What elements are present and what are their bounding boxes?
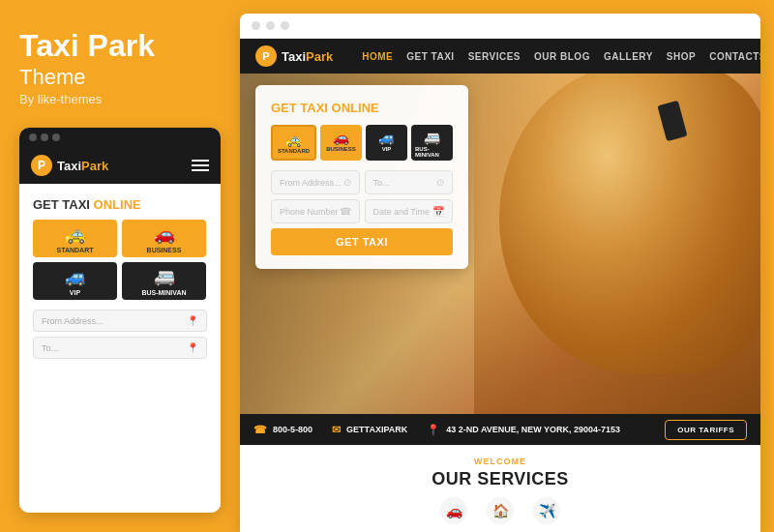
browser-bar [240, 14, 760, 39]
car-business-label: BUSINESS [326, 146, 356, 152]
car-vip-icon: 🚙 [65, 266, 86, 287]
phone-icon: ☎ [340, 206, 351, 217]
nav-blog[interactable]: OUR BLOG [534, 51, 590, 62]
mobile-car-minivan[interactable]: 🚐 BUS-MINIVAN [122, 262, 206, 300]
nav-services[interactable]: SERVICES [468, 51, 521, 62]
location-icon: 📍 [187, 315, 198, 326]
taxi-form: GET TAXI ONLINE 🚕 STANDARD 🚗 BUSINESS 🚙 … [255, 85, 468, 269]
mobile-logo: P TaxiPark [31, 155, 108, 176]
calendar-icon: 📅 [432, 206, 444, 217]
mobile-preview-card: P TaxiPark GET TAXI ONLINE 🚕 STANDART 🚗 … [19, 128, 221, 513]
to-location-icon: ⊙ [436, 177, 444, 188]
car-minivan-icon: 🚐 [154, 266, 175, 287]
to-address-input[interactable]: To... ⊙ [365, 170, 454, 194]
mobile-dots-bar [19, 128, 221, 147]
by-line: By like-themes [19, 92, 221, 106]
car-business-emoji: 🚗 [333, 130, 349, 145]
browser-dot-2 [266, 21, 275, 30]
mobile-car-standard[interactable]: 🚕 STANDART [33, 220, 117, 257]
car-minivan-label: BUS-MINIVAN [141, 289, 186, 296]
mobile-car-business[interactable]: 🚗 BUSINESS [122, 220, 206, 257]
nav-shop[interactable]: SHOP [667, 51, 696, 62]
email-info: ✉ GETTAXIPARK [332, 424, 407, 436]
welcome-text: WELCOME [253, 457, 747, 466]
car-business-icon: 🚗 [154, 223, 175, 245]
car-vip-label: VIP [70, 289, 80, 296]
phone-info-icon: ☎ [253, 424, 267, 436]
brand-subtitle: Theme [19, 65, 221, 90]
left-panel: Taxi Park Theme By like-themes P TaxiPar… [0, 0, 240, 532]
from-address-input[interactable]: From Address... ⊙ [271, 170, 360, 194]
our-tariffs-button[interactable]: OUR TARIFFS [665, 420, 747, 440]
brand-section: Taxi Park Theme By like-themes [19, 29, 221, 106]
phone-info: ☎ 800-5-800 [253, 424, 313, 436]
service-home-icon: 🏠 [487, 497, 514, 524]
brand-title: Taxi Park [19, 29, 221, 63]
dot-3 [52, 133, 60, 141]
mobile-from-input[interactable]: From Address... 📍 [33, 310, 207, 332]
car-minivan-label: BUS-MINIVAN [415, 146, 449, 158]
mobile-to-input[interactable]: To... 📍 [33, 337, 207, 359]
services-icons-row: 🚗 🏠 ✈️ [253, 497, 747, 524]
car-option-minivan[interactable]: 🚐 BUS-MINIVAN [411, 125, 453, 161]
services-section: WELCOME OUR SERVICES 🚗 🏠 ✈️ [240, 445, 760, 532]
address-info: 📍 43 2-ND AVENUE, NEW YORK, 29004-7153 [427, 424, 620, 436]
service-icon-car: 🚗 [440, 497, 467, 524]
mobile-logo-text: TaxiPark [57, 159, 108, 173]
mobile-logo-icon: P [31, 155, 52, 176]
right-panel: P TaxiPark HOME GET TAXI SERVICES OUR BL… [240, 14, 760, 532]
nav-get-taxi[interactable]: GET TAXI [406, 51, 454, 62]
nav-items: HOME GET TAXI SERVICES OUR BLOG GALLERY … [362, 51, 760, 62]
car-minivan-emoji: 🚐 [424, 130, 440, 145]
service-icon-plane: ✈️ [533, 497, 560, 524]
form-heading: GET TAXI ONLINE [271, 101, 453, 115]
mobile-nav: P TaxiPark [19, 147, 221, 184]
mobile-get-taxi-heading: GET TAXI ONLINE [33, 197, 207, 212]
hero-section: GET TAXI ONLINE 🚕 STANDARD 🚗 BUSINESS 🚙 … [240, 74, 760, 414]
browser-dot-1 [252, 21, 260, 30]
service-car-icon: 🚗 [440, 497, 467, 524]
hamburger-icon[interactable] [192, 160, 209, 171]
desktop-preview: P TaxiPark HOME GET TAXI SERVICES OUR BL… [240, 39, 760, 532]
info-bar: ☎ 800-5-800 ✉ GETTAXIPARK 📍 43 2-ND AVEN… [240, 414, 760, 445]
service-plane-icon: ✈️ [533, 497, 560, 524]
date-input[interactable]: Date and Time 📅 [365, 199, 454, 223]
get-taxi-button[interactable]: GET TAXI [271, 228, 453, 255]
browser-dot-3 [281, 21, 289, 30]
address-info-icon: 📍 [427, 424, 440, 436]
car-vip-emoji: 🚙 [378, 130, 395, 145]
dot-2 [41, 133, 48, 141]
mobile-car-options: 🚕 STANDART 🚗 BUSINESS 🚙 VIP 🚐 BUS-MINIVA… [33, 220, 207, 300]
car-standard-label: STANDARD [278, 148, 310, 154]
car-options-row: 🚕 STANDARD 🚗 BUSINESS 🚙 VIP 🚐 BUS-MINIVA… [271, 125, 453, 161]
desktop-logo-text: TaxiPark [282, 49, 333, 64]
location-icon-2: 📍 [187, 342, 198, 353]
car-option-business[interactable]: 🚗 BUSINESS [320, 125, 362, 161]
address-inputs-row: From Address... ⊙ To... ⊙ [271, 170, 453, 194]
dot-1 [29, 133, 37, 141]
email-info-icon: ✉ [332, 424, 341, 436]
hero-person-area [474, 74, 760, 414]
car-vip-label: VIP [382, 146, 392, 152]
car-business-label: BUSINESS [147, 247, 182, 253]
desktop-nav: P TaxiPark HOME GET TAXI SERVICES OUR BL… [240, 39, 760, 74]
car-standard-emoji: 🚕 [285, 132, 302, 147]
car-standard-icon: 🚕 [65, 223, 86, 245]
our-services-title: OUR SERVICES [253, 469, 747, 489]
desktop-logo: P TaxiPark [255, 45, 333, 67]
car-standard-label: STANDART [57, 247, 94, 253]
car-option-vip[interactable]: 🚙 VIP [366, 125, 407, 161]
mobile-content: GET TAXI ONLINE 🚕 STANDART 🚗 BUSINESS 🚙 … [19, 184, 221, 513]
person-silhouette [499, 74, 760, 373]
phone-input[interactable]: Phone Number ☎ [271, 199, 360, 223]
mobile-car-vip[interactable]: 🚙 VIP [33, 262, 117, 300]
nav-gallery[interactable]: GALLERY [604, 51, 653, 62]
nav-contacts[interactable]: CONTACTS [709, 51, 760, 62]
from-location-icon: ⊙ [343, 177, 351, 188]
contact-inputs-row: Phone Number ☎ Date and Time 📅 [271, 199, 453, 223]
car-option-standard[interactable]: 🚕 STANDARD [271, 125, 316, 161]
nav-home[interactable]: HOME [362, 51, 393, 62]
service-icon-home: 🏠 [487, 497, 514, 524]
desktop-logo-icon: P [255, 45, 277, 67]
